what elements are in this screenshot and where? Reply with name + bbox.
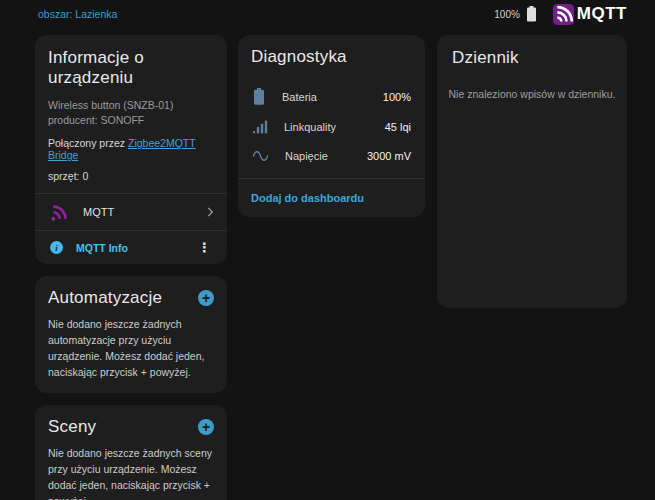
diagnostics-body: Diagnostyka Bateria 100% — [238, 35, 425, 178]
automations-title-row: Automatyzacje — [48, 288, 214, 308]
hardware-version: sprzęt: 0 — [48, 170, 214, 182]
more-options-icon[interactable] — [192, 239, 217, 256]
diagnostic-value: 100% — [383, 91, 411, 103]
info-icon — [50, 241, 63, 254]
automations-card: Automatyzacje Nie dodano jeszcze żadnych… — [35, 276, 227, 393]
diagnostics-footer: Dodaj do dashboardu — [238, 179, 425, 217]
connected-via-label: Połączony przez — [48, 137, 128, 149]
integration-row-label: MQTT — [83, 206, 114, 218]
mqtt-logo: MQTT — [553, 4, 627, 25]
scenes-title: Sceny — [48, 417, 96, 437]
diagnostic-row-linkquality[interactable]: Linkquality 45 lqi — [251, 112, 412, 142]
diagnostic-value: 45 lqi — [385, 121, 411, 133]
area-link[interactable]: obszar: Lazienka — [38, 8, 117, 20]
diagnostics-title: Diagnostyka — [251, 47, 412, 67]
diagnostic-value: 3000 mV — [367, 150, 411, 162]
add-to-dashboard-link[interactable]: Dodaj do dashboardu — [251, 192, 364, 204]
chevron-right-icon — [203, 205, 217, 219]
scenes-card: Sceny Nie dodano jeszcze żadnych sceny p… — [35, 405, 227, 500]
device-manufacturer: producent: SONOFF — [48, 113, 214, 128]
scenes-empty-text: Nie dodano jeszcze żadnych sceny przy uż… — [48, 446, 214, 500]
mqtt-info-row[interactable]: MQTT Info — [35, 231, 227, 264]
battery-icon — [526, 6, 537, 22]
scenes-title-row: Sceny — [48, 417, 214, 437]
add-scene-button[interactable] — [198, 419, 214, 435]
mqtt-info-label: MQTT Info — [76, 242, 128, 254]
diagnostics-card: Diagnostyka Bateria 100% — [238, 35, 425, 217]
diagnostic-label: Linkquality — [284, 121, 336, 133]
signal-icon — [252, 119, 268, 135]
logbook-title: Dziennik — [452, 48, 614, 68]
device-info-title: Informacje o urządzeniu — [48, 48, 214, 88]
device-model: Wireless button (SNZB-01) — [48, 98, 214, 113]
device-info-card: Informacje o urządzeniu Wireless button … — [35, 35, 227, 264]
column-middle: Diagnostyka Bateria 100% — [238, 35, 425, 229]
mqtt-broadcast-icon — [50, 202, 70, 222]
mqtt-logo-text: MQTT — [577, 4, 627, 24]
topbar: obszar: Lazienka 100% MQTT — [0, 0, 655, 28]
topbar-right: 100% MQTT — [494, 4, 627, 25]
add-automation-button[interactable] — [198, 290, 214, 306]
logbook-empty-text: Nie znaleziono wpisów w dzienniku. — [437, 88, 627, 100]
diagnostic-label: Napięcie — [285, 150, 328, 162]
column-left: Informacje o urządzeniu Wireless button … — [35, 35, 227, 500]
diagnostic-row-battery[interactable]: Bateria 100% — [251, 81, 412, 112]
integration-row-mqtt[interactable]: MQTT — [35, 194, 227, 230]
device-info-head: Informacje o urządzeniu Wireless button … — [35, 35, 227, 193]
diagnostic-row-voltage[interactable]: Napięcie 3000 mV — [251, 142, 412, 170]
connected-via: Połączony przez Zigbee2MQTT Bridge — [48, 137, 214, 161]
mqtt-logo-icon — [553, 4, 574, 25]
battery-percent: 100% — [494, 9, 520, 20]
column-right: Dziennik Nie znaleziono wpisów w dzienni… — [437, 35, 627, 320]
automations-empty-text: Nie dodano jeszcze żadnych automatyzacje… — [48, 317, 214, 380]
automations-title: Automatyzacje — [48, 288, 162, 308]
sine-wave-icon — [252, 149, 269, 163]
logbook-head: Dziennik — [437, 35, 627, 68]
battery-icon — [252, 88, 266, 105]
diagnostic-label: Bateria — [282, 91, 317, 103]
logbook-card: Dziennik Nie znaleziono wpisów w dzienni… — [437, 35, 627, 308]
